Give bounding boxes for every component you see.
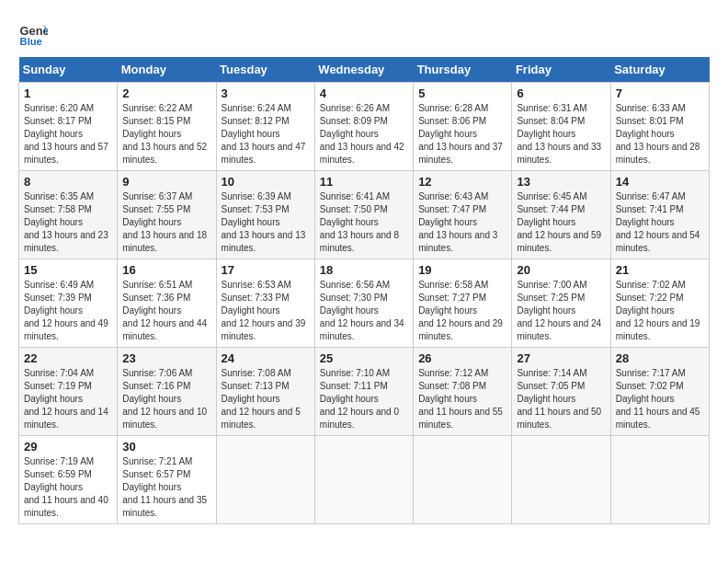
day-number: 9	[122, 175, 210, 189]
weekday-header-monday: Monday	[118, 57, 216, 83]
weekday-header-wednesday: Wednesday	[314, 57, 413, 83]
day-number: 14	[616, 175, 704, 189]
day-cell-8: 8 Sunrise: 6:35 AM Sunset: 7:58 PM Dayli…	[19, 171, 118, 259]
week-row-3: 15 Sunrise: 6:49 AM Sunset: 7:39 PM Dayl…	[19, 259, 710, 348]
day-number: 20	[517, 263, 605, 277]
week-row-5: 29 Sunrise: 7:19 AM Sunset: 6:59 PM Dayl…	[19, 436, 710, 524]
day-number: 18	[320, 263, 408, 277]
day-detail: Sunrise: 6:56 AM Sunset: 7:30 PM Dayligh…	[320, 279, 408, 343]
day-cell-2: 2 Sunrise: 6:22 AM Sunset: 8:15 PM Dayli…	[118, 83, 216, 171]
day-detail: Sunrise: 6:39 AM Sunset: 7:53 PM Dayligh…	[222, 190, 310, 255]
day-detail: Sunrise: 6:41 AM Sunset: 7:50 PM Dayligh…	[320, 190, 408, 255]
day-detail: Sunrise: 7:04 AM Sunset: 7:19 PM Dayligh…	[24, 367, 112, 431]
day-cell-10: 10 Sunrise: 6:39 AM Sunset: 7:53 PM Dayl…	[216, 171, 314, 259]
day-detail: Sunrise: 7:02 AM Sunset: 7:22 PM Dayligh…	[616, 279, 704, 343]
day-cell-6: 6 Sunrise: 6:31 AM Sunset: 8:04 PM Dayli…	[512, 83, 610, 171]
day-cell-9: 9 Sunrise: 6:37 AM Sunset: 7:55 PM Dayli…	[118, 171, 216, 259]
day-number: 13	[517, 175, 605, 189]
day-detail: Sunrise: 6:22 AM Sunset: 8:15 PM Dayligh…	[122, 102, 210, 167]
day-number: 16	[122, 263, 210, 277]
page-header: General Blue	[18, 18, 710, 48]
day-cell-3: 3 Sunrise: 6:24 AM Sunset: 8:12 PM Dayli…	[216, 83, 314, 171]
weekday-header-sunday: Sunday	[19, 57, 118, 83]
day-cell-29: 29 Sunrise: 7:19 AM Sunset: 6:59 PM Dayl…	[19, 436, 118, 524]
day-cell-11: 11 Sunrise: 6:41 AM Sunset: 7:50 PM Dayl…	[314, 171, 413, 259]
weekday-header-friday: Friday	[512, 57, 610, 83]
day-cell-5: 5 Sunrise: 6:28 AM Sunset: 8:06 PM Dayli…	[414, 83, 512, 171]
day-detail: Sunrise: 6:31 AM Sunset: 8:04 PM Dayligh…	[517, 102, 605, 167]
day-cell-7: 7 Sunrise: 6:33 AM Sunset: 8:01 PM Dayli…	[610, 83, 709, 171]
day-detail: Sunrise: 7:17 AM Sunset: 7:02 PM Dayligh…	[616, 367, 704, 431]
calendar-table: SundayMondayTuesdayWednesdayThursdayFrid…	[18, 57, 710, 524]
day-detail: Sunrise: 6:47 AM Sunset: 7:41 PM Dayligh…	[616, 190, 704, 255]
day-detail: Sunrise: 7:00 AM Sunset: 7:25 PM Dayligh…	[517, 279, 605, 343]
day-cell-21: 21 Sunrise: 7:02 AM Sunset: 7:22 PM Dayl…	[610, 259, 709, 348]
day-number: 8	[24, 175, 112, 189]
day-number: 10	[222, 175, 310, 189]
day-number: 28	[616, 351, 704, 365]
day-number: 27	[517, 351, 605, 365]
day-number: 1	[24, 86, 112, 100]
day-detail: Sunrise: 6:28 AM Sunset: 8:06 PM Dayligh…	[418, 102, 506, 167]
weekday-header-thursday: Thursday	[414, 57, 512, 83]
day-number: 7	[616, 86, 704, 100]
empty-cell	[314, 436, 413, 524]
day-detail: Sunrise: 6:37 AM Sunset: 7:55 PM Dayligh…	[122, 190, 210, 255]
day-number: 21	[616, 263, 704, 277]
day-detail: Sunrise: 7:19 AM Sunset: 6:59 PM Dayligh…	[24, 455, 112, 520]
day-detail: Sunrise: 7:14 AM Sunset: 7:05 PM Dayligh…	[517, 367, 605, 431]
empty-cell	[610, 436, 709, 524]
day-cell-28: 28 Sunrise: 7:17 AM Sunset: 7:02 PM Dayl…	[610, 348, 709, 436]
day-detail: Sunrise: 6:24 AM Sunset: 8:12 PM Dayligh…	[222, 102, 310, 167]
logo: General Blue	[18, 18, 48, 48]
day-detail: Sunrise: 6:33 AM Sunset: 8:01 PM Dayligh…	[616, 102, 704, 167]
day-cell-22: 22 Sunrise: 7:04 AM Sunset: 7:19 PM Dayl…	[19, 348, 118, 436]
day-number: 6	[517, 86, 605, 100]
day-detail: Sunrise: 7:12 AM Sunset: 7:08 PM Dayligh…	[418, 367, 506, 431]
week-row-1: 1 Sunrise: 6:20 AM Sunset: 8:17 PM Dayli…	[19, 83, 710, 171]
svg-text:Blue: Blue	[20, 36, 42, 47]
day-detail: Sunrise: 6:53 AM Sunset: 7:33 PM Dayligh…	[222, 279, 310, 343]
day-cell-12: 12 Sunrise: 6:43 AM Sunset: 7:47 PM Dayl…	[414, 171, 512, 259]
week-row-4: 22 Sunrise: 7:04 AM Sunset: 7:19 PM Dayl…	[19, 348, 710, 436]
day-cell-30: 30 Sunrise: 7:21 AM Sunset: 6:57 PM Dayl…	[118, 436, 216, 524]
day-number: 4	[320, 86, 408, 100]
day-cell-19: 19 Sunrise: 6:58 AM Sunset: 7:27 PM Dayl…	[414, 259, 512, 348]
weekday-header-tuesday: Tuesday	[216, 57, 314, 83]
day-cell-25: 25 Sunrise: 7:10 AM Sunset: 7:11 PM Dayl…	[314, 348, 413, 436]
day-detail: Sunrise: 7:06 AM Sunset: 7:16 PM Dayligh…	[122, 367, 210, 431]
day-detail: Sunrise: 7:10 AM Sunset: 7:11 PM Dayligh…	[320, 367, 408, 431]
day-detail: Sunrise: 6:49 AM Sunset: 7:39 PM Dayligh…	[24, 279, 112, 343]
day-cell-16: 16 Sunrise: 6:51 AM Sunset: 7:36 PM Dayl…	[118, 259, 216, 348]
weekday-header-saturday: Saturday	[610, 57, 709, 83]
day-detail: Sunrise: 6:58 AM Sunset: 7:27 PM Dayligh…	[418, 279, 506, 343]
day-cell-15: 15 Sunrise: 6:49 AM Sunset: 7:39 PM Dayl…	[19, 259, 118, 348]
day-cell-20: 20 Sunrise: 7:00 AM Sunset: 7:25 PM Dayl…	[512, 259, 610, 348]
day-number: 5	[418, 86, 506, 100]
day-number: 19	[418, 263, 506, 277]
day-number: 15	[24, 263, 112, 277]
day-number: 30	[122, 440, 210, 454]
day-number: 2	[122, 86, 210, 100]
day-cell-17: 17 Sunrise: 6:53 AM Sunset: 7:33 PM Dayl…	[216, 259, 314, 348]
day-cell-26: 26 Sunrise: 7:12 AM Sunset: 7:08 PM Dayl…	[414, 348, 512, 436]
day-number: 23	[122, 351, 210, 365]
day-cell-18: 18 Sunrise: 6:56 AM Sunset: 7:30 PM Dayl…	[314, 259, 413, 348]
week-row-2: 8 Sunrise: 6:35 AM Sunset: 7:58 PM Dayli…	[19, 171, 710, 259]
day-number: 24	[222, 351, 310, 365]
day-detail: Sunrise: 6:51 AM Sunset: 7:36 PM Dayligh…	[122, 279, 210, 343]
day-cell-23: 23 Sunrise: 7:06 AM Sunset: 7:16 PM Dayl…	[118, 348, 216, 436]
day-detail: Sunrise: 6:20 AM Sunset: 8:17 PM Dayligh…	[24, 102, 112, 167]
day-detail: Sunrise: 6:43 AM Sunset: 7:47 PM Dayligh…	[418, 190, 506, 255]
day-cell-24: 24 Sunrise: 7:08 AM Sunset: 7:13 PM Dayl…	[216, 348, 314, 436]
day-cell-1: 1 Sunrise: 6:20 AM Sunset: 8:17 PM Dayli…	[19, 83, 118, 171]
empty-cell	[216, 436, 314, 524]
day-detail: Sunrise: 7:08 AM Sunset: 7:13 PM Dayligh…	[222, 367, 310, 431]
day-detail: Sunrise: 6:35 AM Sunset: 7:58 PM Dayligh…	[24, 190, 112, 255]
day-number: 17	[222, 263, 310, 277]
logo-icon: General Blue	[18, 18, 48, 48]
day-detail: Sunrise: 7:21 AM Sunset: 6:57 PM Dayligh…	[122, 455, 210, 520]
day-number: 25	[320, 351, 408, 365]
day-number: 29	[24, 440, 112, 454]
empty-cell	[512, 436, 610, 524]
